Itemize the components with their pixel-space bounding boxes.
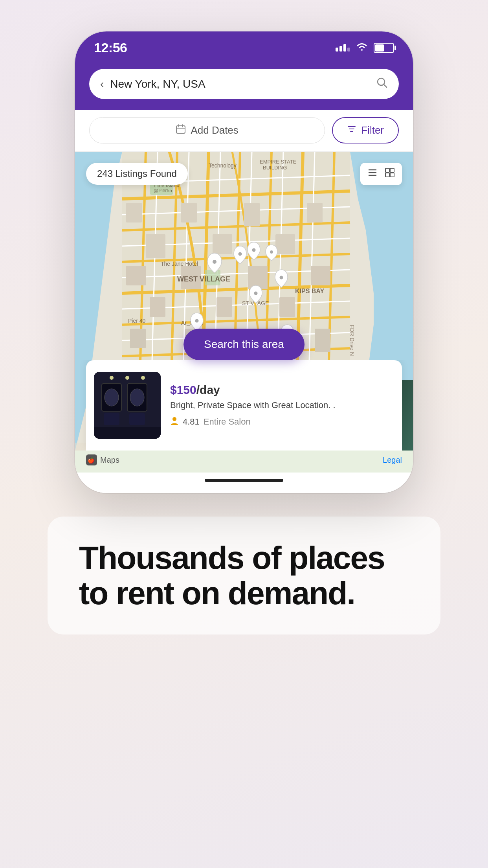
apple-maps-logo: 🍎 Maps: [86, 454, 119, 465]
svg-rect-117: [390, 173, 394, 177]
list-view-icon[interactable]: [367, 167, 378, 180]
grid-view-icon[interactable]: [385, 167, 395, 180]
svg-point-120: [105, 389, 119, 406]
listing-info: $150/day Bright, Private Space with Grea…: [170, 383, 394, 428]
svg-text:FDR Drive N: FDR Drive N: [349, 325, 355, 356]
svg-point-126: [110, 376, 114, 380]
svg-point-98: [213, 260, 216, 264]
svg-rect-49: [275, 234, 295, 254]
bottom-text-section: Thousands of places to rent on demand.: [48, 517, 440, 634]
svg-point-99: [238, 252, 242, 256]
svg-point-103: [254, 292, 258, 295]
svg-rect-114: [385, 168, 389, 172]
listing-price: $150/day: [170, 383, 394, 397]
svg-rect-50: [307, 203, 323, 223]
view-toggle: [360, 163, 402, 185]
svg-rect-52: [150, 297, 165, 317]
person-icon: [170, 416, 179, 427]
svg-rect-57: [311, 266, 330, 285]
listing-image: [94, 372, 161, 439]
listing-meta: 4.81 Entire Salon: [170, 416, 394, 427]
add-dates-button[interactable]: Add Dates: [89, 117, 325, 143]
signal-icon: [336, 44, 350, 51]
svg-rect-58: [130, 329, 146, 348]
phone-frame: 12:56 ‹ New Yo: [75, 31, 413, 493]
svg-point-101: [270, 250, 273, 254]
svg-rect-64: [315, 329, 330, 352]
status-time: 12:56: [94, 40, 127, 55]
svg-text:Technology: Technology: [209, 162, 237, 169]
calendar-icon: [176, 124, 186, 137]
svg-rect-115: [390, 168, 394, 172]
svg-rect-123: [104, 413, 119, 425]
search-icon[interactable]: [376, 77, 388, 91]
svg-text:🍎: 🍎: [88, 457, 95, 464]
filter-bar: Add Dates Filter: [75, 110, 413, 152]
svg-text:The Jane Hotel: The Jane Hotel: [161, 261, 198, 267]
svg-point-122: [130, 389, 144, 406]
svg-rect-125: [94, 427, 161, 439]
svg-text:EMPIRE STATE: EMPIRE STATE: [260, 159, 297, 165]
price-amount: $150: [170, 383, 196, 396]
filter-icon: [347, 124, 356, 136]
svg-text:WEST VILLAGE: WEST VILLAGE: [177, 275, 230, 283]
svg-rect-2: [176, 126, 185, 133]
svg-rect-47: [213, 234, 232, 254]
maps-footer: 🍎 Maps Legal: [75, 451, 413, 473]
listings-count: 243 Listings Found: [97, 168, 177, 179]
status-bar: 12:56: [75, 31, 413, 63]
svg-rect-51: [126, 266, 146, 285]
listings-badge: 243 Listings Found: [86, 163, 188, 185]
filter-label: Filter: [361, 124, 384, 136]
svg-text:KIPS BAY: KIPS BAY: [295, 288, 324, 294]
tagline: Thousands of places to rent on demand.: [79, 540, 409, 611]
search-input-value[interactable]: New York, NY, USA: [110, 78, 205, 90]
map-container[interactable]: New York WEST VILLAGE SOHO TRIBECA CHINA…: [75, 152, 413, 451]
svg-rect-124: [129, 413, 145, 425]
svg-rect-45: [146, 234, 165, 258]
price-period: /day: [196, 383, 220, 396]
listing-title: Bright, Private Space with Great Locatio…: [170, 400, 394, 411]
svg-point-129: [172, 417, 176, 421]
search-bar[interactable]: ‹ New York, NY, USA: [89, 69, 399, 99]
svg-line-1: [384, 85, 387, 87]
svg-text:Pier 40: Pier 40: [128, 318, 146, 324]
svg-point-127: [125, 376, 129, 380]
svg-point-100: [252, 248, 256, 252]
back-button[interactable]: ‹: [100, 78, 104, 90]
svg-point-104: [195, 319, 199, 323]
svg-rect-56: [279, 297, 295, 317]
filter-button[interactable]: Filter: [332, 117, 399, 143]
svg-rect-48: [244, 203, 260, 226]
home-indicator: [75, 473, 413, 493]
svg-text:@Pier55: @Pier55: [154, 188, 172, 193]
svg-point-102: [280, 276, 283, 280]
rating-value: 4.81: [183, 417, 200, 427]
listing-card-container: $150/day Bright, Private Space with Grea…: [75, 360, 413, 451]
svg-text:BUILDING: BUILDING: [263, 165, 287, 171]
search-area-button[interactable]: Search this area: [183, 329, 305, 360]
add-dates-label: Add Dates: [191, 124, 238, 136]
battery-icon: [374, 43, 394, 53]
svg-rect-44: [126, 203, 142, 223]
wifi-icon: [356, 42, 368, 54]
listing-card[interactable]: $150/day Bright, Private Space with Grea…: [86, 360, 402, 451]
listing-type: Entire Salon: [204, 417, 251, 427]
svg-rect-46: [181, 203, 197, 223]
svg-rect-116: [385, 173, 389, 177]
search-section: ‹ New York, NY, USA: [75, 63, 413, 110]
legal-link[interactable]: Legal: [383, 456, 402, 465]
svg-rect-54: [216, 297, 232, 317]
home-bar: [205, 479, 283, 482]
svg-point-128: [141, 376, 145, 380]
status-icons: [336, 42, 394, 54]
